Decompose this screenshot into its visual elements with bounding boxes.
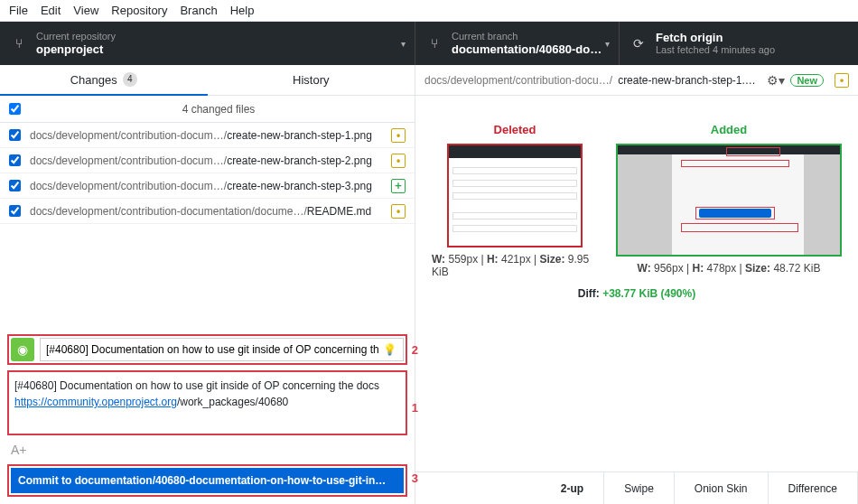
- viewtab-2up[interactable]: 2-up: [541, 472, 604, 504]
- desc-line-1: [#40680] Documentation on how to use git…: [14, 378, 400, 394]
- tab-changes[interactable]: Changes 4: [0, 65, 208, 96]
- file-checkbox[interactable]: [9, 180, 21, 191]
- breadcrumb-path: docs/development/contribution-docu…/: [424, 74, 612, 87]
- file-checkbox[interactable]: [9, 154, 21, 166]
- toolbar: ⑂ Current repository openproject ▾ ⑂ Cur…: [0, 22, 858, 65]
- select-all-checkbox[interactable]: [9, 103, 21, 115]
- diff-view: Deleted W: 559px | H: 421px | Size: 9.95: [415, 96, 858, 471]
- desc-tail: /work_packages/40680: [177, 396, 288, 408]
- file-checkbox[interactable]: [9, 129, 21, 141]
- file-path: docs/development/contribution-docum…/cre…: [30, 180, 386, 192]
- added-column: Added W: 956px | H: 478px | Size: 48.7: [616, 123, 842, 278]
- branch-value: documentation/40680-do…: [452, 42, 602, 57]
- commit-description[interactable]: [#40680] Documentation on how to use git…: [7, 370, 407, 435]
- menu-bar: File Edit View Repository Branch Help: [0, 0, 858, 22]
- file-path: docs/development/contribution-documentat…: [30, 205, 386, 218]
- menu-edit[interactable]: Edit: [41, 4, 61, 17]
- file-row[interactable]: docs/development/contribution-documentat…: [0, 199, 415, 224]
- tab-changes-label: Changes: [70, 73, 117, 87]
- commit-summary-input[interactable]: [40, 338, 404, 361]
- annotation-2: 2: [412, 343, 418, 357]
- commit-area: ◉ 💡 2 [#40680] Documentation on how to u…: [0, 327, 415, 504]
- file-row[interactable]: docs/development/contribution-docum…/cre…: [0, 173, 415, 199]
- fetch-label: Fetch origin: [656, 31, 775, 45]
- commit-summary-row: ◉ 💡 2: [7, 334, 407, 365]
- sync-icon: ⟳: [630, 36, 647, 51]
- file-row[interactable]: docs/development/contribution-docum…/cre…: [0, 148, 415, 173]
- lightbulb-icon[interactable]: 💡: [383, 343, 396, 356]
- menu-branch[interactable]: Branch: [180, 4, 217, 17]
- file-status-icon: •: [835, 73, 849, 88]
- git-branch-icon: ⑂: [11, 36, 27, 51]
- left-panel: Changes 4 History 4 changed files docs/d…: [0, 65, 415, 504]
- annotation-3: 3: [412, 471, 418, 485]
- menu-help[interactable]: Help: [230, 4, 255, 17]
- file-status-icon: •: [391, 154, 406, 168]
- file-status-icon: ＋: [391, 179, 406, 193]
- breadcrumb-file: create-new-branch-step-1.…: [618, 74, 756, 87]
- menu-repository[interactable]: Repository: [111, 4, 167, 17]
- branch-label: Current branch: [452, 31, 602, 42]
- file-status-icon: •: [391, 128, 406, 143]
- file-path: docs/development/contribution-docum…/cre…: [30, 154, 386, 167]
- viewtab-swipe[interactable]: Swipe: [604, 472, 675, 504]
- tab-history[interactable]: History: [208, 65, 415, 96]
- added-thumbnail: [616, 144, 842, 257]
- diff-summary: Diff: +38.77 KiB (490%): [578, 287, 695, 300]
- deleted-label: Deleted: [494, 123, 536, 136]
- desc-link[interactable]: https://community.openproject.org: [14, 396, 177, 408]
- files-header: 4 changed files: [0, 96, 415, 123]
- breadcrumb: docs/development/contribution-docu…/crea…: [415, 65, 858, 96]
- added-label: Added: [711, 123, 747, 136]
- menu-file[interactable]: File: [9, 4, 28, 17]
- menu-view[interactable]: View: [73, 4, 98, 17]
- deleted-thumbnail: [447, 144, 583, 247]
- changes-count-badge: 4: [123, 72, 137, 87]
- new-badge: New: [790, 74, 824, 87]
- branch-selector[interactable]: ⑂ Current branch documentation/40680-do……: [415, 22, 620, 65]
- file-status-icon: •: [391, 204, 406, 219]
- fetch-button[interactable]: ⟳ Fetch origin Last fetched 4 minutes ag…: [620, 22, 858, 65]
- viewtab-onion[interactable]: Onion Skin: [675, 472, 769, 504]
- files-header-text: 4 changed files: [32, 103, 406, 116]
- annotation-1: 1: [412, 399, 418, 417]
- deleted-meta: W: 559px | H: 421px | Size: 9.95 KiB: [432, 253, 598, 278]
- view-mode-tabs: 2-up Swipe Onion Skin Difference: [415, 471, 858, 504]
- file-row[interactable]: docs/development/contribution-docum…/cre…: [0, 123, 415, 148]
- added-meta: W: 956px | H: 478px | Size: 48.72 KiB: [638, 262, 821, 275]
- repo-value: openproject: [36, 42, 116, 57]
- file-checkbox[interactable]: [9, 205, 21, 217]
- file-path: docs/development/contribution-docum…/cre…: [30, 129, 386, 142]
- deleted-column: Deleted W: 559px | H: 421px | Size: 9.95: [432, 123, 598, 278]
- gear-icon[interactable]: ⚙▾: [767, 73, 785, 88]
- fetch-status: Last fetched 4 minutes ago: [656, 44, 775, 56]
- chevron-down-icon: ▾: [401, 39, 406, 49]
- chevron-down-icon: ▾: [605, 39, 610, 49]
- git-branch-icon: ⑂: [426, 36, 443, 51]
- commit-button[interactable]: Commit to documentation/40680-documentat…: [11, 468, 404, 493]
- avatar: ◉: [11, 338, 34, 361]
- repo-selector[interactable]: ⑂ Current repository openproject ▾: [0, 22, 415, 65]
- right-panel: docs/development/contribution-docu…/crea…: [415, 65, 858, 504]
- commit-button-wrap: Commit to documentation/40680-documentat…: [7, 464, 407, 497]
- viewtab-difference[interactable]: Difference: [769, 472, 858, 504]
- add-coauthor[interactable]: A+: [7, 441, 407, 459]
- repo-label: Current repository: [36, 31, 116, 42]
